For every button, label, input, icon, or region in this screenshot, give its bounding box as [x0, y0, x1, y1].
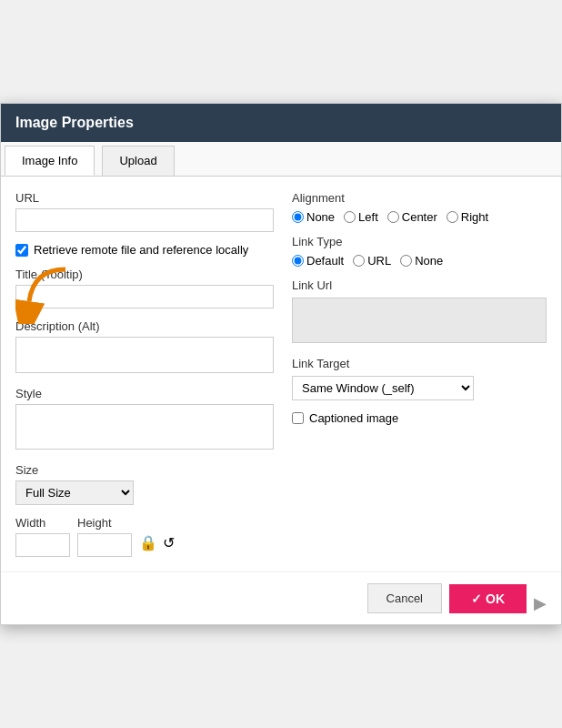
- alignment-none-label: None: [306, 210, 335, 224]
- wh-icons: 🔒 ↺: [139, 534, 175, 555]
- alignment-left-label: Left: [358, 210, 378, 224]
- link-target-label: Link Target: [292, 357, 547, 370]
- captioned-row: Captioned image: [292, 411, 547, 425]
- height-label: Height: [77, 516, 132, 530]
- height-group: Height: [77, 516, 132, 557]
- size-label: Size: [15, 463, 274, 477]
- alignment-center-label: Center: [402, 210, 437, 224]
- url-group: URL: [15, 191, 274, 232]
- link-type-default-radio[interactable]: [292, 255, 304, 267]
- dialog-body: URL Retrieve remote file and reference l…: [1, 177, 561, 571]
- style-input[interactable]: [15, 404, 274, 450]
- retrieve-checkbox-row: Retrieve remote file and reference local…: [15, 243, 274, 257]
- link-type-radio-row: Default URL None: [292, 254, 547, 268]
- alignment-center: Center: [387, 210, 437, 224]
- lock-icon[interactable]: 🔒: [139, 534, 157, 551]
- left-column: URL Retrieve remote file and reference l…: [15, 191, 274, 557]
- captioned-checkbox[interactable]: [292, 412, 304, 424]
- alignment-right-radio[interactable]: [447, 211, 458, 223]
- height-input[interactable]: [77, 533, 132, 557]
- image-properties-dialog: Image Properties Image Info Upload URL R…: [0, 103, 562, 625]
- width-input[interactable]: [15, 533, 70, 557]
- retrieve-label: Retrieve remote file and reference local…: [34, 243, 248, 257]
- link-url-input[interactable]: [292, 298, 547, 343]
- dialog-title: Image Properties: [15, 115, 134, 130]
- alignment-label: Alignment: [292, 191, 547, 205]
- link-target-group: Link Target Same Window (_self) New Wind…: [292, 357, 547, 400]
- alignment-left: Left: [344, 210, 378, 224]
- style-label: Style: [15, 387, 274, 400]
- alignment-right-label: Right: [461, 210, 488, 224]
- alignment-left-radio[interactable]: [344, 211, 356, 223]
- width-label: Width: [15, 516, 70, 530]
- tab-upload[interactable]: Upload: [102, 146, 174, 176]
- size-group: Size Full Size Large Medium Thumbnail: [15, 463, 274, 505]
- link-type-default: Default: [292, 254, 344, 268]
- link-target-select[interactable]: Same Window (_self) New Window (_blank) …: [292, 376, 474, 400]
- size-select[interactable]: Full Size Large Medium Thumbnail: [15, 480, 134, 505]
- ok-icon: ✓: [471, 592, 482, 606]
- style-group: Style: [15, 387, 274, 452]
- cancel-button[interactable]: Cancel: [367, 583, 442, 613]
- link-type-label: Link Type: [292, 235, 547, 248]
- alignment-right: Right: [447, 210, 488, 224]
- scroll-indicator: ▶: [534, 593, 547, 613]
- retrieve-checkbox[interactable]: [15, 244, 28, 257]
- tabs-bar: Image Info Upload: [1, 142, 561, 177]
- tab-image-info[interactable]: Image Info: [5, 146, 95, 176]
- width-group: Width: [15, 516, 70, 557]
- link-type-default-label: Default: [306, 254, 344, 268]
- link-type-none-label: None: [415, 254, 443, 268]
- ok-label: OK: [486, 592, 505, 606]
- arrow-svg: [15, 265, 79, 324]
- refresh-icon[interactable]: ↺: [163, 534, 175, 551]
- width-height-row: Width Height 🔒 ↺: [15, 516, 274, 557]
- link-type-url: URL: [353, 254, 391, 268]
- description-input[interactable]: [15, 337, 274, 373]
- dialog-footer: Cancel ✓ OK ▶: [1, 571, 561, 624]
- alignment-center-radio[interactable]: [387, 211, 399, 223]
- url-label: URL: [15, 191, 274, 205]
- right-column: Alignment None Left Center: [292, 191, 547, 557]
- arrow-indicator: [15, 265, 79, 327]
- link-type-url-radio[interactable]: [353, 255, 365, 267]
- link-type-none-radio[interactable]: [400, 255, 412, 267]
- alignment-group: Alignment None Left Center: [292, 191, 547, 224]
- link-url-label: Link Url: [292, 278, 547, 292]
- link-type-url-label: URL: [367, 254, 391, 268]
- link-type-none: None: [400, 254, 443, 268]
- alignment-radio-row: None Left Center Right: [292, 210, 547, 224]
- dialog-header: Image Properties: [1, 104, 561, 142]
- captioned-label: Captioned image: [309, 411, 398, 425]
- link-type-group: Link Type Default URL None: [292, 235, 547, 268]
- link-url-group: Link Url: [292, 278, 547, 346]
- ok-button[interactable]: ✓ OK: [449, 584, 527, 613]
- description-group: Description (Alt): [15, 319, 274, 376]
- alignment-none-radio[interactable]: [292, 211, 304, 223]
- alignment-none: None: [292, 210, 335, 224]
- url-input[interactable]: [15, 208, 274, 232]
